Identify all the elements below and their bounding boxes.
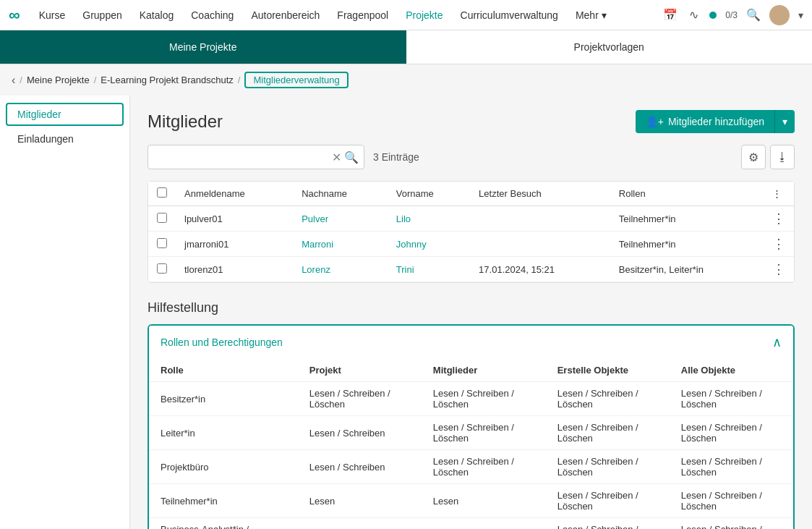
breadcrumb-sep-3: /: [238, 75, 241, 85]
add-member-dropdown[interactable]: ▾: [774, 110, 795, 133]
row-checkbox-0[interactable]: [157, 213, 167, 223]
help-role-2: Projektbüro: [149, 450, 298, 484]
tab-projektvorlagen[interactable]: Projektvorlagen: [406, 30, 813, 64]
row-roles-0: Teilnehmer*in: [610, 206, 764, 232]
nav-projekte[interactable]: Projekte: [398, 0, 450, 30]
user-menu-chevron[interactable]: ▾: [798, 9, 803, 21]
breadcrumb-projekt[interactable]: E-Learning Projekt Brandschutz: [101, 75, 234, 85]
top-navigation: ∞ Kurse Gruppen Katalog Coaching Autoren…: [0, 0, 812, 30]
row-check-cell: [148, 206, 176, 232]
nav-katalog[interactable]: Katalog: [132, 0, 181, 30]
add-member-button[interactable]: 👤+ Mitglieder hinzufügen: [636, 110, 774, 133]
page-title: Mitglieder: [148, 111, 223, 132]
nav-fragenpool[interactable]: Fragenpool: [330, 0, 396, 30]
sidebar: Mitglieder Einladungen: [0, 96, 130, 529]
help-section-title: Hilfestellung: [148, 300, 795, 316]
help-mitglieder-0: Lesen / Schreiben / Löschen: [422, 382, 546, 416]
rss-icon[interactable]: ∿: [686, 8, 701, 22]
nav-kurse[interactable]: Kurse: [32, 0, 73, 30]
members-table-container: Anmeldename Nachname Vorname Letzter Bes…: [148, 181, 795, 283]
help-mitglieder-1: Lesen / Schreiben / Löschen: [422, 416, 546, 450]
counter-badge[interactable]: 0/3: [725, 10, 738, 20]
tab-meine-projekte[interactable]: Meine Projekte: [0, 30, 406, 64]
row-menu-btn-0[interactable]: ⋮: [772, 212, 785, 225]
nav-autorenbereich[interactable]: Autorenbereich: [244, 0, 327, 30]
help-section: Hilfestellung Rollen und Berechtigungen …: [148, 300, 795, 529]
select-all-checkbox[interactable]: [157, 187, 167, 198]
help-role-4: Business-Analyst*in / Lieferant*in: [149, 518, 298, 530]
help-erstelle-1: Lesen / Schreiben / Löschen: [546, 416, 670, 450]
chevron-up-icon: ∧: [772, 334, 782, 350]
search-submit-icon[interactable]: 🔍: [344, 151, 359, 164]
row-checkbox-1[interactable]: [157, 238, 167, 248]
page-header: Mitglieder 👤+ Mitglieder hinzufügen ▾: [148, 110, 795, 133]
help-alle-4: Lesen / Schreiben / Löschen: [670, 518, 793, 530]
help-role-0: Besitzer*in: [149, 382, 298, 416]
help-erstelle-0: Lesen / Schreiben / Löschen: [546, 382, 670, 416]
breadcrumb: ‹ / Meine Projekte / E-Learning Projekt …: [0, 64, 812, 96]
header-actions: 👤+ Mitglieder hinzufügen ▾: [636, 110, 795, 133]
help-table-wrap: Rolle Projekt Mitglieder Erstelle Objekt…: [149, 359, 793, 529]
notification-dot: [709, 12, 717, 19]
col-header-check: [148, 182, 176, 206]
help-card-title: Rollen und Berechtigungen: [161, 337, 283, 348]
help-table-row: Leiter*in Lesen / Schreiben Lesen / Schr…: [149, 416, 793, 450]
row-menu-btn-1[interactable]: ⋮: [772, 237, 785, 250]
row-lastvisit-1: [470, 232, 610, 257]
help-alle-3: Lesen / Schreiben / Löschen: [670, 484, 793, 518]
col-header-anmeldename: Anmeldename: [176, 182, 293, 206]
row-firstname-2[interactable]: Trini: [388, 257, 470, 282]
help-col-projekt: Projekt: [298, 359, 422, 382]
row-firstname-1[interactable]: Johnny: [388, 232, 470, 257]
sidebar-item-einladungen[interactable]: Einladungen: [6, 127, 124, 151]
row-checkbox-2[interactable]: [157, 263, 167, 274]
help-erstelle-2: Lesen / Schreiben / Löschen: [546, 450, 670, 484]
help-col-alle: Alle Objekte: [670, 359, 793, 382]
search-clear-icon[interactable]: ✕: [332, 151, 341, 164]
row-check-cell: [148, 257, 176, 282]
help-card-header[interactable]: Rollen und Berechtigungen ∧: [149, 326, 793, 359]
row-roles-2: Besitzer*in, Leiter*in: [610, 257, 764, 282]
nav-gruppen[interactable]: Gruppen: [75, 0, 129, 30]
help-table-row: Besitzer*in Lesen / Schreiben / Löschen …: [149, 382, 793, 416]
row-menu-btn-2[interactable]: ⋮: [772, 263, 785, 276]
help-table-row: Teilnehmer*in Lesen Lesen Lesen / Schrei…: [149, 484, 793, 518]
row-lastname-1[interactable]: Marroni: [293, 232, 388, 257]
calendar-icon[interactable]: 📅: [663, 8, 678, 22]
breadcrumb-sep-1: /: [20, 75, 22, 85]
nav-mehr[interactable]: Mehr ▾: [568, 0, 614, 30]
help-erstelle-3: Lesen / Schreiben / Löschen: [546, 484, 670, 518]
download-icon-btn[interactable]: ⭳: [770, 145, 795, 169]
entry-count: 3 Einträge: [373, 151, 419, 163]
nav-coaching[interactable]: Coaching: [184, 0, 241, 30]
help-role-3: Teilnehmer*in: [149, 484, 298, 518]
search-icon[interactable]: 🔍: [746, 8, 761, 22]
help-projekt-1: Lesen / Schreiben: [298, 416, 422, 450]
row-username-0: lpulver01: [176, 206, 293, 232]
breadcrumb-back-button[interactable]: ‹: [12, 74, 15, 87]
sidebar-item-mitglieder[interactable]: Mitglieder: [6, 103, 124, 126]
table-row: tlorenz01 Lorenz Trini 17.01.2024, 15:21…: [148, 257, 794, 282]
row-lastname-2[interactable]: Lorenz: [293, 257, 388, 282]
help-projekt-2: Lesen / Schreiben: [298, 450, 422, 484]
row-roles-1: Teilnehmer*in: [610, 232, 764, 257]
logo-icon[interactable]: ∞: [9, 6, 20, 25]
row-check-cell: [148, 232, 176, 257]
row-lastname-0[interactable]: Pulver: [293, 206, 388, 232]
col-header-menu: ⋮: [764, 182, 794, 206]
help-col-erstelle: Erstelle Objekte: [546, 359, 670, 382]
help-table-row: Business-Analyst*in / Lieferant*in Lesen…: [149, 518, 793, 530]
help-projekt-3: Lesen: [298, 484, 422, 518]
help-projekt-0: Lesen / Schreiben / Löschen: [298, 382, 422, 416]
help-mitglieder-4: Lesen: [422, 518, 546, 530]
row-firstname-0[interactable]: Lilo: [388, 206, 470, 232]
row-menu-1: ⋮: [764, 232, 794, 257]
breadcrumb-meine-projekte[interactable]: Meine Projekte: [27, 75, 90, 85]
row-username-1: jmarroni01: [176, 232, 293, 257]
row-lastvisit-0: [470, 206, 610, 232]
nav-curriculumverwaltung[interactable]: Curriculumverwaltung: [453, 0, 565, 30]
user-avatar[interactable]: [769, 5, 790, 25]
breadcrumb-active-label[interactable]: Mitgliederverwaltung: [244, 72, 348, 88]
settings-icon-btn[interactable]: ⚙: [741, 145, 766, 169]
tab-bar: Meine Projekte Projektvorlagen: [0, 30, 812, 64]
